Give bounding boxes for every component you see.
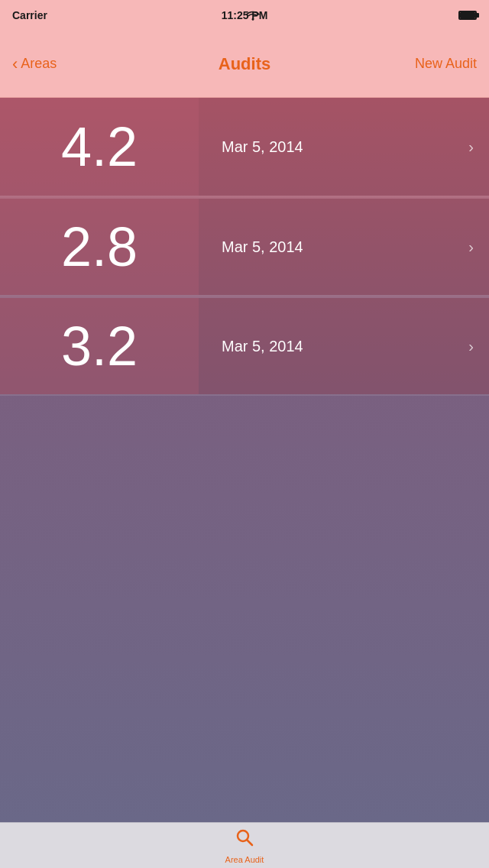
- carrier-label: Carrier: [12, 9, 47, 21]
- audit-details-3: Mar 5, 2014 ›: [199, 298, 489, 394]
- back-chevron-icon: ‹: [12, 54, 18, 74]
- audit-list: 4.2 Mar 5, 2014 › 2.8 Mar 5, 2014 › 3.2 …: [0, 98, 489, 396]
- nav-bar: ‹ Areas Audits New Audit: [0, 31, 489, 98]
- search-icon: [234, 827, 255, 853]
- svg-line-1: [247, 840, 252, 846]
- audit-date-2: Mar 5, 2014: [222, 238, 303, 256]
- audit-item[interactable]: 3.2 Mar 5, 2014 ›: [0, 296, 489, 396]
- audit-score-1: 4.2: [0, 98, 199, 196]
- status-time: 11:25 PM: [222, 9, 268, 21]
- audit-score-3: 3.2: [0, 298, 199, 394]
- new-audit-button[interactable]: New Audit: [415, 56, 477, 72]
- audit-chevron-icon-2: ›: [468, 238, 474, 256]
- back-label: Areas: [21, 56, 57, 72]
- tab-area-audit[interactable]: Area Audit: [225, 827, 264, 864]
- audit-chevron-icon-3: ›: [468, 338, 474, 355]
- back-button[interactable]: ‹ Areas: [12, 54, 57, 74]
- audit-chevron-icon-1: ›: [468, 138, 474, 156]
- audit-score-2: 2.8: [0, 199, 199, 295]
- audit-date-3: Mar 5, 2014: [222, 338, 303, 355]
- status-right: [458, 11, 477, 20]
- nav-title: Audits: [219, 54, 270, 74]
- battery-icon: [458, 11, 477, 20]
- tab-area-audit-label: Area Audit: [225, 855, 264, 864]
- audit-item[interactable]: 2.8 Mar 5, 2014 ›: [0, 197, 489, 296]
- tab-bar: Area Audit: [0, 822, 489, 868]
- audit-details-2: Mar 5, 2014 ›: [199, 199, 489, 295]
- audit-item[interactable]: 4.2 Mar 5, 2014 ›: [0, 98, 489, 197]
- status-bar: Carrier 11:25 PM: [0, 0, 489, 31]
- audit-date-1: Mar 5, 2014: [222, 138, 303, 156]
- audit-details-1: Mar 5, 2014 ›: [199, 98, 489, 196]
- main-content: 4.2 Mar 5, 2014 › 2.8 Mar 5, 2014 › 3.2 …: [0, 98, 489, 822]
